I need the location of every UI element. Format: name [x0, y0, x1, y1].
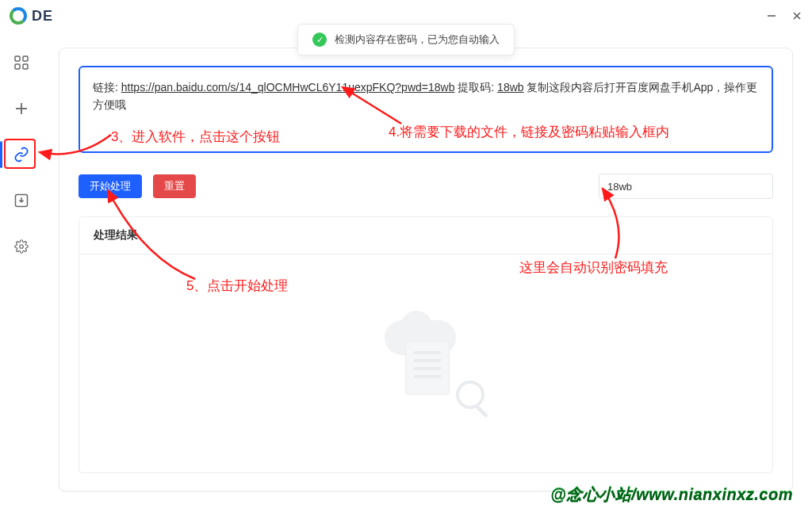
- app-logo: DE: [10, 7, 53, 25]
- svg-rect-5: [15, 64, 20, 69]
- extract-code: 18wb: [497, 81, 523, 94]
- close-button[interactable]: [791, 10, 802, 21]
- sidebar-item-download[interactable]: [10, 189, 33, 212]
- annotation-5: 5、点击开始处理: [186, 277, 288, 295]
- reset-button[interactable]: 重置: [153, 174, 196, 198]
- minimize-button[interactable]: [766, 10, 777, 21]
- svg-rect-6: [23, 64, 28, 69]
- url-part3: 18wb: [428, 81, 454, 94]
- svg-rect-4: [23, 56, 28, 61]
- url-part2: /s/14_qlOCMHwCL6Y11uexpFKQ?pwd=: [228, 81, 428, 94]
- toast-message: 检测内容存在密码，已为您自动输入: [335, 32, 500, 47]
- extract-label: 提取码:: [454, 81, 497, 94]
- svg-point-10: [20, 245, 24, 249]
- content-card: 链接: https://pan.baidu.com/s/14_qlOCMHwCL…: [59, 48, 793, 491]
- start-button[interactable]: 开始处理: [79, 174, 142, 198]
- annotation-6: 这里会自动识别密码填充: [519, 258, 668, 277]
- annotation-3: 3、进入软件，点击这个按钮: [111, 128, 280, 146]
- results-title: 处理结果: [79, 217, 772, 254]
- sidebar-item-apps[interactable]: [10, 51, 33, 75]
- sidebar-item-settings[interactable]: [10, 235, 33, 258]
- toast-notification: ✓ 检测内容存在密码，已为您自动输入: [297, 24, 515, 55]
- sidebar: [0, 32, 43, 516]
- sidebar-item-link[interactable]: [10, 143, 33, 166]
- main-panel: 链接: https://pan.baidu.com/s/14_qlOCMHwCL…: [43, 32, 812, 516]
- empty-illustration-icon: [370, 320, 481, 407]
- results-box: 处理结果: [79, 216, 773, 473]
- url-part1: https://pan.baidu.com: [121, 81, 228, 94]
- results-empty: [79, 254, 772, 472]
- url-prefix: 链接:: [93, 81, 121, 94]
- svg-rect-3: [15, 56, 20, 61]
- sidebar-item-add[interactable]: [10, 97, 33, 120]
- check-icon: ✓: [312, 32, 327, 47]
- button-row: 开始处理 重置: [79, 174, 773, 199]
- logo-icon: [10, 7, 27, 25]
- annotation-4: 4.将需要下载的文件，链接及密码粘贴输入框内: [389, 123, 669, 141]
- app-name: DE: [32, 8, 53, 25]
- window-controls: [766, 10, 802, 21]
- password-input[interactable]: [599, 174, 773, 199]
